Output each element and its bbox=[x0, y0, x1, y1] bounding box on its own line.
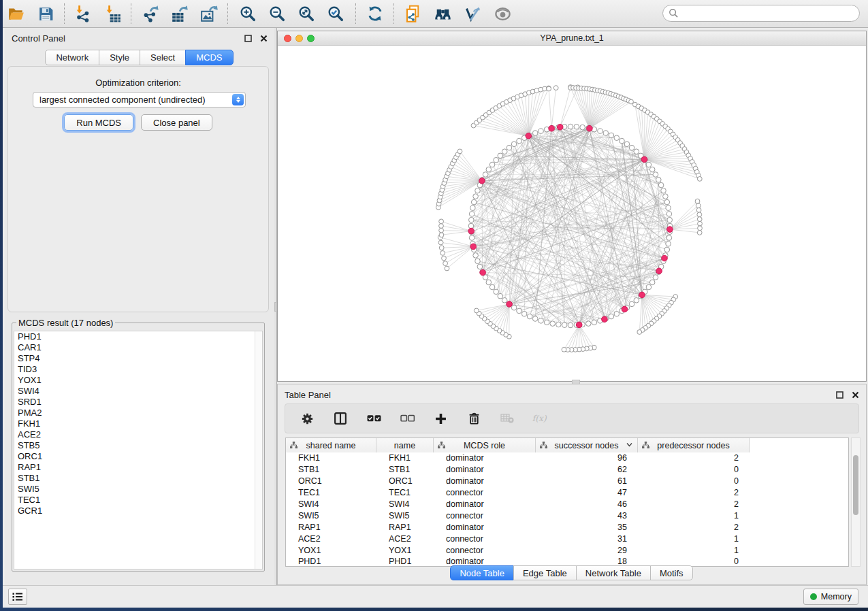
network-node[interactable] bbox=[502, 298, 507, 303]
network-node[interactable] bbox=[473, 253, 479, 259]
mcds-hub-node[interactable] bbox=[470, 244, 477, 250]
function-builder-button[interactable]: f(x) bbox=[532, 410, 549, 427]
network-node[interactable] bbox=[620, 138, 625, 144]
mcds-result-item[interactable]: CAR1 bbox=[14, 342, 262, 353]
network-node[interactable] bbox=[592, 320, 597, 325]
mcds-result-item[interactable]: SWI5 bbox=[14, 484, 262, 495]
column-header-predecessor-nodes[interactable]: predecessor nodes bbox=[638, 438, 750, 452]
network-node[interactable] bbox=[666, 212, 672, 217]
network-node[interactable] bbox=[511, 142, 517, 147]
network-node[interactable] bbox=[634, 298, 639, 303]
network-node[interactable] bbox=[470, 205, 476, 211]
mcds-hub-node[interactable] bbox=[557, 125, 563, 131]
float-panel-icon[interactable] bbox=[243, 33, 253, 44]
network-node[interactable] bbox=[580, 125, 585, 130]
leaf-node[interactable] bbox=[697, 212, 702, 217]
leaf-node[interactable] bbox=[438, 240, 443, 245]
add-column-button[interactable] bbox=[432, 410, 449, 427]
zoom-selected-button[interactable] bbox=[323, 2, 348, 25]
tab-node-table[interactable]: Node Table bbox=[450, 565, 514, 580]
delete-column-button[interactable] bbox=[465, 410, 483, 427]
close-panel-icon[interactable] bbox=[259, 33, 269, 44]
network-node[interactable] bbox=[634, 149, 639, 154]
mcds-hub-node[interactable] bbox=[587, 125, 593, 131]
network-node[interactable] bbox=[664, 199, 670, 205]
network-node[interactable] bbox=[475, 188, 481, 193]
network-node[interactable] bbox=[658, 182, 664, 188]
task-history-button[interactable] bbox=[8, 589, 27, 605]
network-node[interactable] bbox=[517, 308, 522, 314]
column-header-name[interactable]: name bbox=[376, 438, 434, 452]
mcds-result-item[interactable]: RAP1 bbox=[14, 462, 262, 473]
network-node[interactable] bbox=[568, 323, 573, 328]
search-input[interactable] bbox=[682, 8, 854, 18]
mcds-hub-node[interactable] bbox=[576, 322, 582, 328]
mcds-result-item[interactable]: FKH1 bbox=[14, 418, 262, 429]
leaf-node[interactable] bbox=[445, 266, 449, 271]
mcds-hub-node[interactable] bbox=[667, 227, 673, 233]
mcds-hub-node[interactable] bbox=[641, 156, 647, 163]
network-node[interactable] bbox=[473, 194, 479, 199]
mcds-result-item[interactable]: PMA2 bbox=[14, 408, 262, 418]
network-node[interactable] bbox=[475, 259, 481, 264]
open-session-button[interactable] bbox=[4, 2, 29, 25]
network-node[interactable] bbox=[498, 293, 503, 299]
first-neighbors-button[interactable] bbox=[430, 2, 455, 25]
mcds-hub-node[interactable] bbox=[549, 125, 555, 131]
table-row[interactable]: SWI5SWI5connector431 bbox=[286, 510, 848, 521]
mcds-result-item[interactable]: ORC1 bbox=[14, 451, 262, 462]
network-node[interactable] bbox=[527, 314, 532, 319]
mcds-result-item[interactable]: STP4 bbox=[14, 353, 262, 364]
leaf-node[interactable] bbox=[697, 217, 702, 222]
mcds-result-item[interactable]: ACE2 bbox=[14, 429, 262, 440]
network-node[interactable] bbox=[624, 142, 630, 147]
network-node[interactable] bbox=[568, 124, 573, 129]
mcds-hub-node[interactable] bbox=[656, 268, 662, 274]
network-node[interactable] bbox=[494, 157, 499, 163]
leaf-node[interactable] bbox=[439, 233, 444, 237]
network-node[interactable] bbox=[653, 275, 658, 280]
network-node[interactable] bbox=[477, 264, 483, 269]
mcds-hub-node[interactable] bbox=[479, 178, 485, 184]
leaf-node[interactable] bbox=[637, 330, 642, 335]
network-node[interactable] bbox=[666, 205, 671, 211]
leaf-node[interactable] bbox=[547, 86, 551, 91]
tab-network[interactable]: Network bbox=[45, 50, 99, 65]
network-node[interactable] bbox=[663, 194, 669, 199]
table-row[interactable]: TEC1TEC1connector472 bbox=[286, 487, 848, 499]
network-node[interactable] bbox=[598, 129, 603, 134]
mcds-hub-node[interactable] bbox=[662, 255, 668, 261]
import-network-button[interactable] bbox=[71, 2, 95, 25]
tab-style[interactable]: Style bbox=[99, 50, 140, 65]
table-row[interactable]: PHD1PHD1dominator180 bbox=[286, 556, 848, 566]
network-node[interactable] bbox=[532, 131, 538, 136]
mcds-result-item[interactable]: SRD1 bbox=[14, 397, 262, 408]
network-node[interactable] bbox=[614, 135, 620, 141]
mcds-hub-node[interactable] bbox=[480, 269, 486, 276]
network-node[interactable] bbox=[646, 162, 652, 167]
network-node[interactable] bbox=[556, 322, 562, 327]
leaf-node[interactable] bbox=[439, 224, 444, 229]
run-mcds-button[interactable]: Run MCDS bbox=[64, 114, 133, 131]
mcds-hub-node[interactable] bbox=[468, 228, 475, 234]
zoom-fit-button[interactable] bbox=[294, 2, 319, 25]
close-panel-icon[interactable] bbox=[850, 390, 861, 400]
table-row[interactable]: STB1STB1dominator620 bbox=[286, 464, 848, 476]
leaf-node[interactable] bbox=[439, 228, 444, 233]
leaf-node[interactable] bbox=[696, 208, 701, 212]
tab-mcds[interactable]: MCDS bbox=[185, 50, 233, 65]
leaf-node[interactable] bbox=[439, 219, 444, 224]
network-node[interactable] bbox=[489, 284, 495, 290]
network-node[interactable] bbox=[656, 177, 662, 182]
mcds-result-item[interactable]: STB1 bbox=[14, 473, 262, 484]
leaf-node[interactable] bbox=[474, 308, 479, 313]
mcds-result-item[interactable]: YOX1 bbox=[14, 375, 262, 386]
network-node[interactable] bbox=[532, 316, 538, 322]
network-node[interactable] bbox=[498, 153, 503, 159]
network-node[interactable] bbox=[468, 223, 474, 229]
unselect-all-button[interactable] bbox=[398, 410, 416, 427]
memory-button[interactable]: Memory bbox=[803, 589, 858, 605]
tab-motifs[interactable]: Motifs bbox=[650, 565, 693, 580]
import-table-button[interactable] bbox=[101, 2, 125, 25]
leaf-node[interactable] bbox=[697, 177, 702, 182]
